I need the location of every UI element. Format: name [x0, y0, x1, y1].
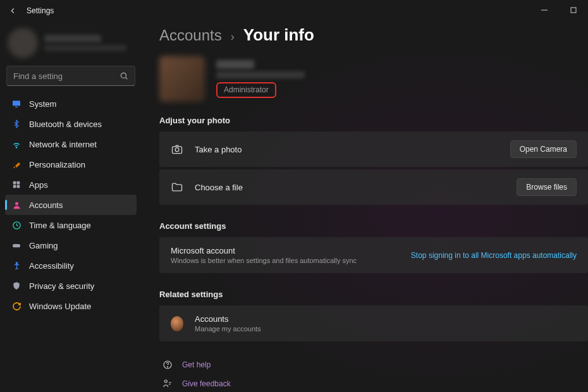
nav-gaming[interactable]: Gaming [5, 235, 137, 255]
svg-rect-7 [13, 181, 16, 185]
camera-icon [171, 143, 183, 156]
user-info-redacted [44, 35, 126, 51]
person-icon [11, 200, 21, 210]
take-photo-row: Take a photo Open Camera [159, 132, 588, 167]
svg-point-2 [121, 73, 126, 78]
apps-icon [11, 180, 21, 190]
nav-label: Accounts [29, 200, 63, 210]
nav-label: Apps [29, 180, 48, 190]
svg-point-14 [16, 262, 18, 264]
svg-rect-13 [13, 244, 20, 247]
shield-icon [11, 281, 21, 291]
minimize-button[interactable] [530, 0, 559, 20]
card-label: Take a photo [195, 145, 499, 154]
profile-photo [159, 56, 205, 102]
nav-label: Network & internet [29, 140, 97, 149]
search-input[interactable] [13, 71, 119, 81]
profile-meta: Administrator [216, 60, 305, 98]
svg-rect-9 [13, 185, 16, 188]
help-label: Get help [182, 360, 211, 369]
nav-personalization[interactable]: Personalization [5, 154, 137, 175]
monitor-icon [11, 99, 21, 109]
section-heading-related: Related settings [159, 290, 588, 299]
card-label: Choose a file [195, 183, 505, 192]
related-accounts-row[interactable]: Accounts Manage my accounts [159, 305, 588, 341]
card-sub: Windows is better when settings and file… [171, 257, 400, 264]
nav-time[interactable]: Time & language [5, 215, 137, 235]
svg-line-3 [126, 78, 128, 80]
role-badge: Administrator [216, 82, 276, 98]
profile-name-redacted [216, 60, 254, 69]
card-sub: Manage my accounts [195, 325, 577, 333]
breadcrumb-current: Your info [243, 25, 314, 45]
nav-list: System Bluetooth & devices Network & int… [5, 94, 137, 316]
sidebar-user-card[interactable] [8, 28, 134, 58]
window-title: Settings [27, 6, 54, 15]
browse-files-button[interactable]: Browse files [517, 178, 577, 196]
search-icon [119, 71, 128, 80]
nav-windows-update[interactable]: Windows Update [5, 296, 137, 316]
avatar [8, 28, 38, 58]
get-help-link[interactable]: Get help [159, 355, 588, 374]
nav-label: Time & language [29, 221, 91, 230]
breadcrumb: Accounts › Your info [159, 25, 588, 45]
nav-system[interactable]: System [5, 94, 137, 114]
refresh-icon [11, 301, 21, 311]
nav-label: System [29, 99, 56, 109]
wifi-icon [11, 139, 21, 149]
avatar-icon [171, 317, 183, 330]
svg-rect-1 [571, 8, 576, 13]
paintbrush-icon [11, 159, 21, 169]
chevron-right-icon: › [231, 30, 235, 44]
profile-header: Administrator [159, 56, 588, 102]
nav-apps[interactable]: Apps [5, 175, 137, 195]
svg-point-16 [175, 148, 179, 152]
svg-rect-8 [17, 181, 20, 185]
nav-network[interactable]: Network & internet [5, 134, 137, 154]
nav-accounts[interactable]: Accounts [5, 195, 137, 215]
breadcrumb-parent[interactable]: Accounts [159, 27, 222, 44]
microsoft-account-row: Microsoft account Windows is better when… [159, 237, 588, 273]
nav-label: Privacy & security [29, 281, 94, 291]
gamepad-icon [11, 240, 21, 250]
card-title: Accounts [195, 314, 577, 324]
maximize-button[interactable] [559, 0, 588, 20]
back-button[interactable] [3, 1, 23, 21]
nav-privacy[interactable]: Privacy & security [5, 276, 137, 296]
nav-label: Accessibility [29, 261, 74, 271]
sidebar: System Bluetooth & devices Network & int… [0, 21, 142, 392]
search-box[interactable] [6, 66, 135, 86]
nav-label: Gaming [29, 241, 58, 250]
stop-signin-link[interactable]: Stop signing in to all Microsoft apps au… [411, 251, 577, 260]
svg-rect-5 [15, 107, 18, 107]
svg-point-11 [15, 202, 18, 205]
profile-email-redacted [216, 71, 305, 78]
nav-label: Windows Update [29, 302, 91, 311]
accessibility-icon [11, 260, 21, 271]
feedback-icon [162, 378, 173, 389]
section-heading-photo: Adjust your photo [159, 116, 588, 125]
folder-icon [171, 181, 183, 193]
svg-rect-10 [17, 185, 20, 188]
open-camera-button[interactable]: Open Camera [510, 140, 577, 158]
section-heading-account: Account settings [159, 221, 588, 231]
feedback-label: Give feedback [182, 379, 231, 388]
main-content: Accounts › Your info Administrator Adjus… [142, 21, 588, 392]
bluetooth-icon [11, 119, 21, 129]
nav-label: Personalization [29, 160, 85, 169]
svg-point-19 [164, 380, 167, 383]
nav-accessibility[interactable]: Accessibility [5, 255, 137, 276]
help-icon [162, 359, 173, 371]
choose-file-row: Choose a file Browse files [159, 169, 588, 205]
nav-label: Bluetooth & devices [29, 119, 102, 129]
window-controls [530, 0, 588, 20]
clock-icon [11, 220, 21, 230]
card-title: Microsoft account [171, 246, 400, 255]
svg-point-6 [16, 147, 16, 148]
give-feedback-link[interactable]: Give feedback [159, 374, 588, 392]
title-bar: Settings [0, 0, 588, 21]
nav-bluetooth[interactable]: Bluetooth & devices [5, 114, 137, 134]
svg-rect-4 [13, 101, 20, 106]
svg-point-18 [167, 367, 168, 367]
